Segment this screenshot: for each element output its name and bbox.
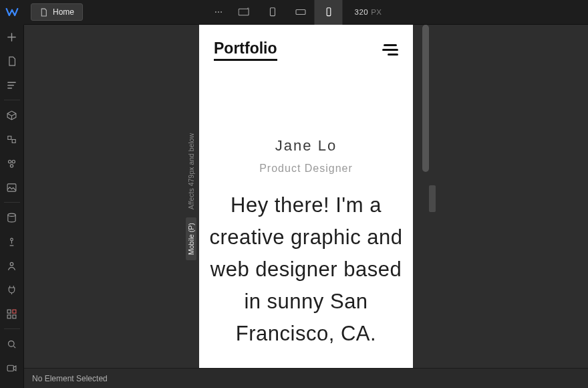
width-drag-handle[interactable] — [429, 185, 436, 212]
navigator-button[interactable] — [0, 73, 24, 97]
search-button[interactable] — [0, 332, 24, 356]
ecommerce-icon — [6, 236, 17, 248]
svg-point-1 — [218, 11, 219, 13]
status-bar: No Element Selected — [24, 368, 588, 388]
svg-rect-10 — [7, 183, 16, 191]
breakpoint-indicator: Mobile (P) Affects 479px and below — [186, 25, 197, 368]
add-element-button[interactable] — [0, 25, 24, 49]
svg-point-8 — [12, 160, 15, 163]
viewport-width-label[interactable]: 320PX — [354, 8, 382, 16]
svg-point-9 — [10, 164, 13, 167]
svg-point-12 — [11, 238, 13, 241]
tablet-breakpoint-button[interactable] — [258, 0, 286, 25]
selection-status-text: No Element Selected — [32, 374, 108, 383]
video-icon — [6, 363, 17, 374]
svg-rect-5 — [295, 10, 305, 15]
symbols-button[interactable] — [0, 127, 24, 151]
hero-intro-text: Hey there! I'm a creative graphic and we… — [199, 189, 413, 350]
svg-point-2 — [220, 11, 222, 13]
hero-section: Jane Lo Product Designer Hey there! I'm … — [199, 65, 413, 350]
svg-rect-14 — [7, 310, 11, 313]
scrollbar-thumb[interactable] — [422, 25, 429, 172]
svg-rect-3 — [239, 9, 249, 15]
logic-icon — [6, 284, 17, 296]
desktop-icon — [238, 7, 251, 17]
mobile-preview-frame[interactable]: Portfolio Jane Lo Product Designer Hey t… — [199, 25, 413, 368]
pages-button[interactable] — [0, 49, 24, 73]
svg-point-7 — [9, 160, 11, 163]
desktop-breakpoint-button[interactable] — [230, 0, 258, 25]
symbols-icon — [6, 134, 17, 145]
left-tool-rail — [0, 25, 24, 388]
hero-role: Product Designer — [199, 163, 413, 175]
logic-button[interactable] — [0, 278, 24, 302]
breakpoint-name-tag: Mobile (P) — [186, 217, 197, 260]
search-icon — [6, 338, 17, 350]
svg-rect-16 — [7, 314, 11, 318]
breakpoint-affects-label: Affects 479px and below — [188, 132, 196, 209]
svg-point-11 — [8, 213, 15, 216]
page-icon — [39, 8, 48, 17]
ellipsis-icon — [212, 7, 225, 17]
user-icon — [6, 260, 17, 272]
cube-icon — [6, 110, 17, 121]
top-toolbar: Home 320PX — [0, 0, 588, 25]
assets-button[interactable] — [0, 175, 24, 199]
breakpoint-switcher: 320PX — [206, 0, 382, 25]
site-header: Portfolio — [199, 25, 413, 65]
mobile-landscape-icon — [294, 7, 307, 17]
variables-button[interactable] — [0, 151, 24, 175]
svg-point-13 — [10, 262, 13, 266]
svg-rect-4 — [270, 8, 275, 16]
site-logo[interactable]: Portfolio — [214, 39, 277, 61]
page-icon — [6, 56, 17, 67]
variables-icon — [6, 158, 17, 169]
svg-rect-17 — [13, 314, 16, 318]
page-label: Home — [53, 7, 74, 17]
navigator-icon — [6, 80, 17, 91]
svg-point-0 — [214, 11, 216, 13]
hero-name: Jane Lo — [199, 137, 413, 155]
hamburger-menu-button[interactable] — [382, 44, 398, 56]
image-icon — [6, 182, 17, 193]
svg-rect-19 — [7, 365, 13, 371]
ecommerce-button[interactable] — [0, 229, 24, 254]
rail-separator — [4, 202, 20, 203]
plus-icon — [6, 31, 17, 43]
cms-button[interactable] — [0, 205, 24, 229]
database-icon — [6, 212, 17, 223]
preview-scrollbar[interactable] — [422, 25, 429, 368]
rail-separator — [4, 328, 20, 329]
mobile-landscape-breakpoint-button[interactable] — [286, 0, 314, 25]
canvas-area[interactable]: Mobile (P) Affects 479px and below Portf… — [24, 25, 588, 368]
components-button[interactable] — [0, 103, 24, 127]
users-button[interactable] — [0, 254, 24, 278]
mobile-portrait-icon — [322, 7, 335, 17]
apps-icon — [6, 308, 17, 320]
svg-rect-6 — [327, 8, 331, 16]
rail-separator — [4, 100, 20, 100]
page-selector-button[interactable]: Home — [31, 3, 83, 21]
tablet-icon — [266, 7, 279, 17]
mobile-portrait-breakpoint-button[interactable] — [314, 0, 342, 25]
app-logo[interactable] — [0, 0, 24, 25]
video-button[interactable] — [0, 356, 24, 380]
svg-rect-15 — [13, 310, 16, 313]
svg-point-18 — [9, 341, 15, 347]
apps-button[interactable] — [0, 302, 24, 326]
more-breakpoints-button[interactable] — [206, 0, 230, 25]
